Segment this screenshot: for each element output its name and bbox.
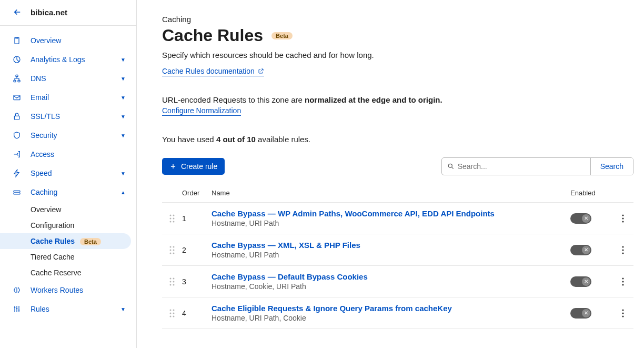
- rule-info: Cache Bypass — XML, XSL & PHP Files Host…: [212, 241, 570, 259]
- drag-handle-icon[interactable]: [162, 309, 182, 318]
- svg-rect-8: [14, 193, 20, 194]
- breadcrumb: Caching: [162, 15, 633, 24]
- svg-point-12: [170, 217, 172, 219]
- access-icon: [13, 150, 21, 158]
- site-name[interactable]: bibica.net: [31, 8, 67, 17]
- row-actions-menu[interactable]: [620, 212, 626, 225]
- chevron-down-icon: ▼: [120, 306, 126, 312]
- sub-item-tiered-cache[interactable]: Tiered Cache: [0, 249, 136, 265]
- search-button[interactable]: Search: [590, 158, 633, 175]
- beta-badge: Beta: [271, 32, 293, 39]
- svg-point-42: [173, 315, 175, 317]
- svg-rect-3: [14, 80, 16, 82]
- chevron-down-icon: ▼: [120, 76, 126, 82]
- sidebar-header: bibica.net: [0, 0, 136, 26]
- pie-icon: [13, 55, 21, 64]
- enabled-toggle[interactable]: ✕: [570, 308, 591, 319]
- svg-point-38: [173, 309, 175, 311]
- chevron-down-icon: ▼: [120, 133, 126, 138]
- rule-fields: Hostname, URI Path: [212, 219, 570, 227]
- svg-point-23: [170, 252, 172, 254]
- sidebar-item-speed[interactable]: Speed ▼: [0, 164, 136, 183]
- toggle-knob-x-icon: ✕: [582, 277, 590, 286]
- usage-bold: 4 out of 10: [216, 135, 256, 144]
- sidebar-item-analytics[interactable]: Analytics & Logs ▼: [0, 50, 136, 69]
- table-row: 4 Cache Eligible Requests & Ignore Query…: [162, 297, 633, 329]
- svg-rect-5: [14, 95, 20, 100]
- toggle-knob-x-icon: ✕: [582, 309, 590, 317]
- nav-label: Workers Routes: [31, 286, 126, 294]
- sub-item-overview[interactable]: Overview: [0, 202, 136, 217]
- rule-name-link[interactable]: Cache Bypass — Default Bypass Cookies: [212, 272, 570, 281]
- sub-item-cache-rules[interactable]: Cache Rules Beta: [0, 233, 131, 249]
- svg-point-16: [622, 214, 623, 216]
- col-name-header: Name: [212, 189, 570, 197]
- nav-label: Rules: [31, 305, 111, 313]
- sub-item-configuration[interactable]: Configuration: [0, 217, 136, 233]
- row-actions-menu[interactable]: [620, 244, 626, 256]
- drag-handle-icon[interactable]: [162, 214, 182, 223]
- table-row: 1 Cache Bypass — WP Admin Paths, WooComm…: [162, 203, 633, 234]
- external-link-icon: [258, 68, 264, 74]
- sub-item-cache-reserve[interactable]: Cache Reserve: [0, 265, 136, 281]
- sidebar-item-security[interactable]: Security ▼: [0, 126, 136, 145]
- enabled-toggle[interactable]: ✕: [570, 276, 591, 287]
- nav-label: DNS: [31, 74, 111, 83]
- back-arrow-icon[interactable]: [13, 7, 22, 17]
- rule-name-link[interactable]: Cache Bypass — WP Admin Paths, WooCommer…: [212, 209, 570, 218]
- table-row: 3 Cache Bypass — Default Bypass Cookies …: [162, 266, 633, 297]
- page-title: Cache Rules: [162, 26, 263, 45]
- search-input[interactable]: [455, 158, 585, 175]
- svg-point-18: [622, 221, 623, 222]
- bolt-icon: [13, 169, 21, 177]
- enabled-toggle[interactable]: ✕: [570, 245, 591, 255]
- sidebar-item-access[interactable]: Access: [0, 145, 136, 164]
- rule-fields: Hostname, Cookie, URI Path: [212, 282, 570, 291]
- svg-point-21: [170, 249, 172, 251]
- svg-point-44: [622, 312, 623, 314]
- create-rule-button[interactable]: Create rule: [162, 158, 225, 175]
- sidebar-item-overview[interactable]: Overview: [0, 31, 136, 50]
- svg-point-31: [173, 281, 175, 282]
- configure-norm-label: Configure Normalization: [162, 106, 241, 115]
- sidebar-item-email[interactable]: Email ▼: [0, 88, 136, 107]
- toolbar: Create rule Search: [162, 157, 633, 175]
- sidebar-item-ssl[interactable]: SSL/TLS ▼: [0, 107, 136, 126]
- row-actions-menu[interactable]: [620, 275, 626, 288]
- doc-link-label: Cache Rules documentation: [162, 67, 255, 75]
- sidebar-item-caching[interactable]: Caching ▲: [0, 183, 136, 202]
- configure-normalization-link[interactable]: Configure Normalization: [162, 106, 241, 116]
- nav-label: Security: [31, 131, 111, 140]
- sidebar-item-workers[interactable]: Workers Routes: [0, 281, 136, 300]
- sidebar-item-rules[interactable]: Rules ▼: [0, 300, 136, 319]
- drag-handle-icon[interactable]: [162, 245, 182, 255]
- workers-icon: [13, 286, 21, 294]
- svg-point-40: [173, 312, 175, 314]
- sidebar-item-dns[interactable]: DNS ▼: [0, 69, 136, 88]
- chevron-down-icon: ▼: [120, 171, 126, 176]
- documentation-link[interactable]: Cache Rules documentation: [162, 67, 264, 76]
- svg-point-28: [170, 277, 172, 279]
- main-content: Caching Cache Rules Beta Specify which r…: [137, 0, 644, 348]
- lock-icon: [13, 112, 21, 121]
- nav: Overview Analytics & Logs ▼ DNS ▼ Email …: [0, 26, 136, 324]
- usage-prefix: You have used: [162, 135, 216, 144]
- norm-bold: normalized at the edge and to origin.: [305, 95, 442, 104]
- rule-order: 4: [182, 309, 212, 317]
- svg-point-19: [170, 246, 172, 247]
- rule-name-link[interactable]: Cache Eligible Requests & Ignore Query P…: [212, 304, 570, 313]
- rule-name-link[interactable]: Cache Bypass — XML, XSL & PHP Files: [212, 241, 570, 250]
- svg-point-41: [170, 315, 172, 317]
- drag-handle-icon[interactable]: [162, 277, 182, 286]
- rule-order: 2: [182, 246, 212, 254]
- row-actions-menu[interactable]: [620, 307, 626, 320]
- shield-icon: [13, 131, 21, 140]
- chevron-up-icon: ▲: [120, 190, 126, 195]
- caching-subnav: Overview Configuration Cache Rules Beta …: [0, 202, 136, 281]
- svg-rect-6: [14, 116, 19, 120]
- rules-table: Order Name Enabled 1 Cache Bypass — WP A…: [162, 185, 633, 329]
- chevron-down-icon: ▼: [120, 95, 126, 101]
- network-icon: [13, 74, 21, 83]
- enabled-toggle[interactable]: ✕: [570, 213, 591, 224]
- plus-icon: [169, 163, 177, 170]
